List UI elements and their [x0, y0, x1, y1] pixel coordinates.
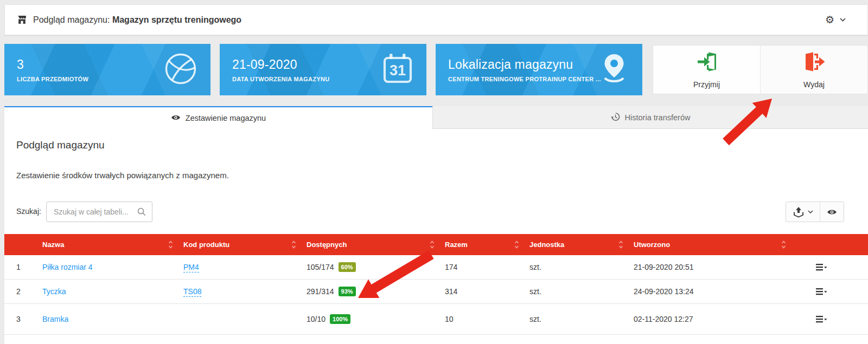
eye-icon: [171, 114, 181, 122]
column-header-unit[interactable]: Jednostka: [529, 234, 564, 255]
sort-icon[interactable]: [430, 241, 435, 249]
search-icon: [137, 207, 146, 216]
tab-transfer-history[interactable]: Historia transferów: [432, 106, 868, 129]
column-header-available[interactable]: Dostępnych: [307, 234, 347, 255]
table-row: 3Bramka10/10100%10szt.02-11-2020 12:27: [4, 304, 868, 335]
stat-card-item-count: 3 LICZBA PRZEDMIOTÓW: [4, 44, 210, 95]
sort-icon[interactable]: [514, 241, 519, 249]
sort-icon[interactable]: [168, 241, 173, 249]
item-name-link[interactable]: Bramka: [42, 315, 68, 323]
search-field: [46, 202, 152, 222]
availability-badge: 93%: [339, 287, 356, 296]
section-description: Zestawienie środków trwałych powiązanych…: [16, 171, 229, 180]
gear-icon[interactable]: ⚙: [825, 15, 834, 25]
basketball-icon: [164, 52, 197, 88]
map-pin-icon: [599, 52, 629, 88]
unit-cell: szt.: [529, 263, 541, 271]
created-cell: 21-09-2020 20:51: [634, 263, 694, 271]
column-header-name[interactable]: Nazwa: [42, 234, 64, 255]
door-in-icon: [696, 51, 718, 75]
available-cell: 10/10100%: [307, 314, 350, 324]
receive-button-label: Przyjmij: [693, 80, 720, 89]
column-header-code[interactable]: Kod produktu: [183, 234, 229, 255]
chevron-down-icon: [808, 210, 813, 213]
available-cell: 105/17460%: [307, 262, 356, 272]
unit-cell: szt.: [529, 315, 541, 323]
column-visibility-button[interactable]: [820, 202, 844, 222]
export-icon: [793, 206, 805, 218]
row-actions-menu[interactable]: [816, 288, 827, 295]
item-name-link[interactable]: Piłka rozmiar 4: [42, 263, 93, 271]
export-button[interactable]: [786, 202, 820, 222]
svg-text:31: 31: [390, 62, 406, 79]
product-code-link[interactable]: TS08: [183, 287, 201, 296]
menu-icon[interactable]: [816, 263, 827, 271]
page-title: Podgląd magazynu: Magazyn sprzętu trenin…: [33, 15, 241, 25]
availability-badge: 100%: [330, 314, 350, 324]
row-number: 2: [16, 287, 21, 296]
tab-warehouse-summary[interactable]: Zestawienie magazynu: [4, 106, 432, 129]
total-cell: 174: [445, 263, 457, 271]
created-cell: 24-09-2020 13:24: [634, 287, 694, 296]
storefront-icon: [17, 15, 27, 25]
created-cell: 02-11-2020 12:27: [634, 315, 693, 323]
item-name-link[interactable]: Tyczka: [42, 287, 66, 296]
table-row: 1Piłka rozmiar 4PM4105/17460%174szt.21-0…: [4, 255, 868, 280]
row-number: 3: [16, 315, 21, 323]
stat-card-location: Lokalizacja magazynu CENTRUM TRENINGOWE …: [436, 44, 642, 95]
calendar-icon: 31: [382, 53, 413, 87]
tab-label: Zestawienie magazynu: [186, 114, 266, 122]
sort-icon[interactable]: [618, 241, 623, 249]
eye-icon: [827, 209, 837, 216]
door-out-icon: [803, 51, 825, 75]
product-code-link[interactable]: PM4: [183, 263, 199, 271]
total-cell: 314: [445, 287, 457, 296]
section-heading: Podgląd magazynu: [16, 139, 105, 151]
settings-menu[interactable]: ⚙: [825, 15, 856, 25]
issue-button-label: Wydaj: [803, 80, 825, 89]
warehouse-summary-panel: Podgląd magazynu Zestawienie środków trw…: [4, 129, 868, 344]
search-input[interactable]: [47, 207, 137, 216]
table-toolbar: [786, 202, 844, 222]
search-label: Szukaj:: [16, 207, 41, 216]
row-actions-menu[interactable]: [816, 263, 827, 271]
sort-icon[interactable]: [781, 241, 786, 249]
history-icon: [611, 112, 620, 123]
table-row: 2TyczkaTS08291/31493%314szt.24-09-2020 1…: [4, 280, 868, 304]
tab-label: Historia transferów: [625, 113, 691, 122]
row-actions-menu[interactable]: [816, 315, 827, 323]
column-header-total[interactable]: Razem: [445, 234, 468, 255]
availability-badge: 60%: [339, 262, 356, 272]
total-cell: 10: [445, 315, 454, 323]
sort-icon[interactable]: [291, 241, 296, 249]
menu-icon[interactable]: [816, 288, 827, 295]
available-cell: 291/31493%: [307, 287, 356, 296]
receive-button[interactable]: Przyjmij: [653, 46, 760, 94]
table-header-row: Nazwa Kod produktu Dostępnych Razem Jedn…: [4, 234, 868, 255]
issue-button[interactable]: Wydaj: [760, 46, 867, 94]
column-header-created[interactable]: Utworzono: [634, 234, 670, 255]
stat-card-created-date: 21-09-2020 DATA UTWORZENIA MAGAZYNU 31: [220, 44, 426, 95]
menu-icon[interactable]: [816, 315, 827, 323]
titlebar: Podgląd magazynu: Magazyn sprzętu trenin…: [4, 4, 868, 35]
transfer-actions: Przyjmij Wydaj: [653, 45, 868, 94]
chevron-down-icon[interactable]: [840, 18, 846, 22]
unit-cell: szt.: [529, 287, 541, 296]
row-number: 1: [16, 263, 21, 271]
